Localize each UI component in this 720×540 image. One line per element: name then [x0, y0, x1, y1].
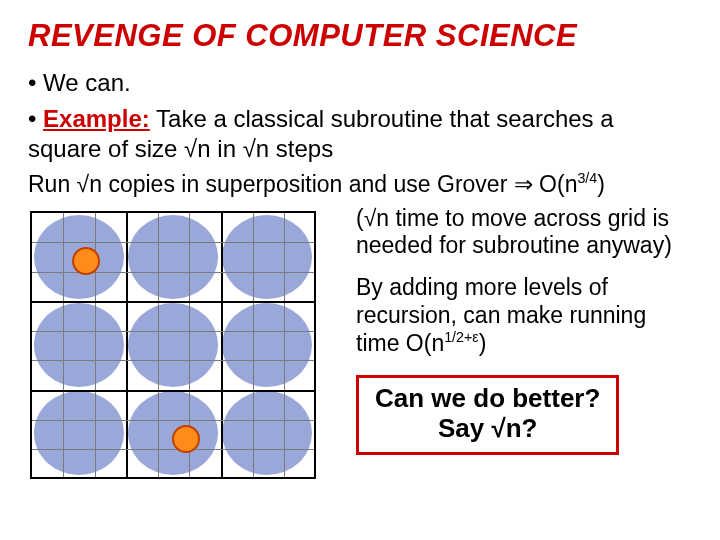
blob: [34, 303, 124, 387]
grid-figure-wrap: [28, 205, 328, 485]
blob: [222, 215, 312, 299]
content-row: (n time to move across grid is needed fo…: [28, 205, 692, 485]
para-recursion: By adding more levels of recursion, can …: [356, 274, 692, 357]
para1-b: time to move across grid is needed for s…: [356, 205, 672, 259]
sqrt-icon: [184, 135, 197, 162]
gridline-major: [32, 390, 314, 392]
para1-a: (: [356, 205, 364, 231]
marker-dot: [72, 247, 100, 275]
gridline-major: [221, 213, 223, 477]
runline-b: copies in superposition and use Grover: [102, 171, 514, 197]
marker-dot: [172, 425, 200, 453]
gridline: [32, 449, 314, 450]
bullet-2-text-c: steps: [269, 135, 333, 162]
gridline-major: [126, 213, 128, 477]
runline-a: Run: [28, 171, 77, 197]
para-grid-time: (n time to move across grid is needed fo…: [356, 205, 692, 260]
bullet-2-sqrt2: n: [256, 135, 269, 162]
blob: [222, 303, 312, 387]
gridline: [32, 420, 314, 421]
blob: [128, 215, 218, 299]
sqrt-icon: [243, 135, 256, 162]
sqrt-icon: [364, 205, 377, 231]
bullet-2: • Example: Take a classical subroutine t…: [28, 104, 692, 164]
implies-icon: ⇒: [514, 171, 533, 197]
para2-a: By adding more levels of recursion, can …: [356, 274, 646, 356]
gridline: [284, 213, 285, 477]
box-line2-b: ?: [522, 413, 538, 443]
run-line: Run n copies in superposition and use Gr…: [28, 170, 692, 199]
runline-sqrt: n: [89, 171, 102, 197]
grid-figure: [30, 211, 316, 479]
bullet-2-sqrt1: n: [197, 135, 210, 162]
bullet-1-text: We can.: [43, 69, 131, 96]
gridline-major: [32, 301, 314, 303]
bullet-2-lead: Example:: [43, 105, 150, 132]
runline-c: O(n: [533, 171, 578, 197]
para2-exp: 1/2+ε: [444, 329, 478, 345]
bullet-1: • We can.: [28, 68, 692, 98]
blob: [222, 391, 312, 475]
runline-exp: 3/4: [577, 170, 597, 186]
box-sqrt: n: [506, 413, 522, 443]
blob: [34, 391, 124, 475]
box-line2: Say n?: [375, 414, 600, 444]
gridline: [32, 360, 314, 361]
slide-title: REVENGE OF COMPUTER SCIENCE: [28, 18, 692, 54]
sqrt-icon: [77, 171, 90, 197]
box-line1: Can we do better?: [375, 384, 600, 414]
box-line2-a: Say: [438, 413, 492, 443]
para2-b: ): [479, 330, 487, 356]
blob: [128, 303, 218, 387]
gridline: [158, 213, 159, 477]
sqrt-icon: [491, 413, 505, 443]
gridline: [32, 242, 314, 243]
bullet-2-text-b: in: [211, 135, 243, 162]
runline-d: ): [597, 171, 605, 197]
gridline: [63, 213, 64, 477]
callout-box: Can we do better? Say n?: [356, 375, 619, 455]
gridline: [32, 272, 314, 273]
right-column: (n time to move across grid is needed fo…: [328, 205, 692, 485]
gridline: [253, 213, 254, 477]
gridline: [32, 331, 314, 332]
para1-sqrt: n: [376, 205, 389, 231]
